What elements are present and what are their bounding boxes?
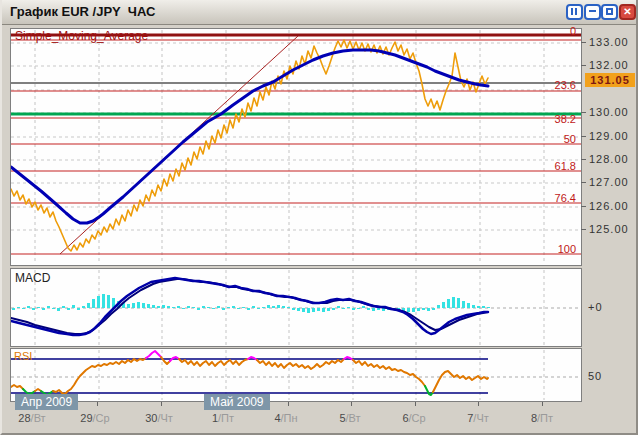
- time-axis-tick: [478, 402, 479, 406]
- time-axis-tick: [288, 402, 289, 406]
- macd-histogram-bar: [372, 308, 375, 311]
- fib-level-label: 100: [558, 243, 576, 255]
- time-axis-tick: [415, 402, 416, 406]
- macd-histogram-bar: [462, 301, 465, 308]
- macd-histogram-bar: [232, 306, 235, 308]
- macd-panel: MACD: [10, 268, 582, 347]
- macd-histogram-bar: [442, 302, 445, 308]
- macd-histogram-bar: [362, 306, 365, 308]
- pause-button[interactable]: [566, 4, 583, 20]
- date-label: 30/Чт: [145, 412, 173, 424]
- macd-histogram-bar: [432, 308, 435, 310]
- macd-histogram-bar: [292, 308, 295, 310]
- price-axis-label: 129.00: [589, 130, 629, 142]
- price-axis-tick: [581, 112, 586, 113]
- macd-histogram-bar: [447, 299, 450, 308]
- macd-histogram-bar: [332, 308, 335, 310]
- macd-histogram-bar: [262, 307, 265, 308]
- price-axis-label: 126.00: [589, 200, 629, 212]
- price-axis-tick: [581, 159, 586, 160]
- macd-histogram-bar: [377, 308, 380, 310]
- macd-histogram-bar: [342, 308, 345, 309]
- macd-axis-label: +0: [588, 301, 603, 313]
- macd-histogram-bar: [197, 308, 200, 310]
- macd-histogram-bar: [22, 308, 25, 309]
- macd-histogram-bar: [152, 305, 155, 308]
- fib-level-label: 61.8: [555, 160, 576, 172]
- pause-icon: [571, 8, 573, 15]
- rsi-line-segment: [257, 359, 344, 369]
- price-axis-tick: [581, 229, 586, 230]
- maximize-button[interactable]: [601, 4, 618, 20]
- macd-histogram-bar: [32, 308, 35, 310]
- macd-histogram-bar: [242, 307, 245, 308]
- time-axis-tick: [161, 402, 162, 406]
- titlebar[interactable]: График EUR /JPY ЧАС ✕: [2, 0, 636, 25]
- chart-window: График EUR /JPY ЧАС ✕ Simple_Moving_Aver…: [0, 0, 638, 435]
- macd-histogram-bar: [357, 308, 360, 309]
- close-button[interactable]: ✕: [619, 4, 636, 20]
- window-title: График EUR /JPY ЧАС: [10, 4, 155, 19]
- date-label: 4/Пн: [274, 412, 297, 424]
- macd-histogram-bar: [62, 306, 65, 308]
- macd-histogram-bar: [312, 308, 315, 312]
- time-axis-tick: [351, 402, 352, 406]
- macd-histogram-bar: [167, 306, 170, 308]
- macd-histogram-bar: [142, 303, 145, 308]
- fib-level-label: 38.2: [555, 113, 576, 125]
- macd-histogram-bar: [287, 307, 290, 308]
- minimize-button[interactable]: [584, 4, 601, 20]
- macd-histogram-bar: [207, 307, 210, 308]
- macd-histogram-bar: [452, 297, 455, 308]
- macd-chart-canvas[interactable]: [11, 269, 581, 346]
- month-badge: Апр 2009: [15, 394, 78, 410]
- rsi-indicator-label: RSI: [14, 350, 32, 362]
- close-icon: ✕: [623, 6, 631, 17]
- price-axis-label: 127.00: [589, 176, 629, 188]
- rsi-line-segment: [353, 360, 425, 386]
- macd-indicator-label: MACD: [15, 271, 50, 285]
- rsi-axis-label: 50: [588, 370, 602, 382]
- macd-histogram-bar: [422, 308, 425, 310]
- macd-histogram-bar: [282, 306, 285, 308]
- macd-histogram-bar: [217, 306, 220, 308]
- macd-histogram-bar: [367, 308, 370, 310]
- macd-histogram-bar: [237, 308, 240, 309]
- macd-histogram-bar: [77, 308, 80, 310]
- macd-histogram-bar: [457, 298, 460, 308]
- date-label: 8/Пт: [531, 412, 553, 424]
- main-chart-panel: Simple_Moving_Average 023.638.25061.876.…: [10, 28, 582, 266]
- macd-histogram-bar: [72, 305, 75, 308]
- rsi-chart-canvas[interactable]: [11, 349, 581, 401]
- macd-histogram-bar: [157, 306, 160, 308]
- macd-histogram-bar: [267, 305, 270, 308]
- month-badge: Май 2009: [204, 394, 270, 410]
- macd-histogram-bar: [137, 302, 140, 308]
- macd-histogram-bar: [487, 307, 490, 308]
- minimize-icon: [589, 10, 596, 12]
- sma-line: [11, 50, 488, 223]
- price-chart-canvas[interactable]: [11, 29, 581, 265]
- macd-histogram-bar: [182, 308, 185, 309]
- maximize-icon: [606, 8, 613, 15]
- macd-histogram-bar: [132, 303, 135, 308]
- macd-histogram-bar: [427, 308, 430, 311]
- macd-histogram-bar: [252, 306, 255, 308]
- macd-histogram-bar: [257, 308, 260, 309]
- macd-histogram-bar: [17, 307, 20, 308]
- macd-histogram-bar: [67, 308, 70, 310]
- macd-histogram-bar: [57, 308, 60, 311]
- macd-histogram-bar: [272, 306, 275, 308]
- price-axis-tick: [581, 42, 586, 43]
- macd-histogram-bar: [297, 308, 300, 311]
- current-price-badge: 131.05: [585, 73, 635, 87]
- date-label: 1/Пт: [212, 412, 234, 424]
- macd-histogram-bar: [317, 308, 320, 311]
- date-label: 5/Вт: [339, 412, 360, 424]
- macd-histogram-bar: [352, 308, 355, 310]
- fib-level-label: 23.6: [555, 79, 576, 91]
- rsi-panel: RSI: [10, 348, 582, 402]
- rsi-line-segment: [11, 385, 23, 389]
- macd-histogram-bar: [337, 306, 340, 308]
- macd-histogram-bar: [477, 306, 480, 308]
